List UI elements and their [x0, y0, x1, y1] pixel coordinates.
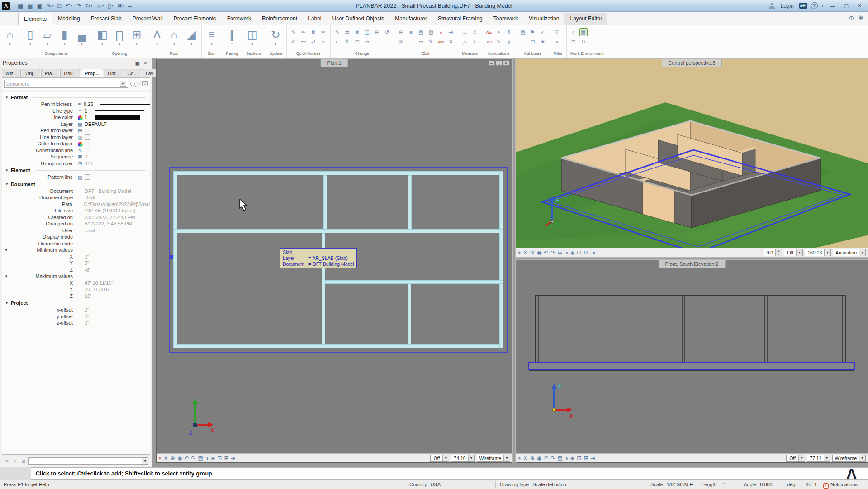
stair-icon-caret[interactable]: ▾ [211, 43, 213, 46]
rotate-icon[interactable]: ↺ [383, 28, 391, 36]
redo-icon[interactable]: ↷ [75, 2, 83, 10]
combo-caret-icon[interactable]: ▼ [824, 455, 830, 461]
gear-icon[interactable]: ⚙ [849, 14, 854, 21]
panel-close-icon[interactable]: ✕ [142, 60, 149, 66]
menu-modeling[interactable]: Modeling [52, 13, 85, 25]
perspective-perspective-icon[interactable]: ◈ [570, 249, 574, 257]
combo-caret-icon[interactable]: ▼ [468, 455, 474, 461]
tab-libr[interactable]: Libr... [104, 69, 123, 77]
perspective-fit-view-icon[interactable]: ✕ [523, 249, 528, 257]
plan-display-combo[interactable]: Off▼ [430, 455, 449, 462]
door-opening-icon-caret[interactable]: ▾ [101, 43, 103, 46]
help-caret-icon[interactable]: ▾ [822, 4, 824, 8]
elevation-viewport[interactable]: Front, South Elevation:2 Z X ⌖✕⊕◉↶↷▤◑◈⊡⊞… [516, 260, 868, 463]
railing-icon-caret[interactable]: ▾ [231, 43, 233, 46]
text-abc-icon[interactable]: Abc [485, 28, 493, 36]
open-icon[interactable]: ▤ [26, 2, 34, 10]
elevation-grid-view-icon[interactable]: ⊞ [583, 454, 588, 462]
foundation-icon-caret[interactable]: ▾ [81, 43, 83, 46]
property-checkbox[interactable] [85, 134, 90, 140]
component-nav-icon[interactable]: ⌂▾ [3, 26, 17, 46]
perspective-zoom-section-icon[interactable]: ◉ [537, 249, 541, 257]
delete-icon[interactable]: ✖ [353, 28, 361, 36]
elevation-shade-view-icon[interactable]: ◑ [565, 454, 568, 462]
section-document[interactable]: ▼Document [2, 181, 150, 188]
elevation-copy-view-icon[interactable]: ▤ [558, 454, 563, 462]
elevation-scale-combo[interactable]: 77.11▼ [807, 455, 830, 462]
elevation-undo-view-icon[interactable]: ↶ [544, 454, 548, 462]
section-icon-caret[interactable]: ▾ [251, 43, 253, 46]
trim-icon[interactable]: ⊟ [353, 38, 361, 46]
perspective-viewport[interactable]: Central perspective:3 [516, 59, 868, 257]
search-icon[interactable] [130, 82, 135, 86]
settings-icon-caret[interactable]: ▾ [102, 4, 104, 8]
perspective-zoom-in-icon[interactable]: ⊕ [530, 249, 535, 257]
update-icon-caret[interactable]: ▾ [275, 43, 277, 46]
style-icon[interactable]: ✱ [859, 14, 863, 21]
apply-check-icon[interactable]: ✓ [142, 81, 148, 86]
elevation-zoom-section-icon[interactable]: ◉ [537, 454, 541, 462]
update-icon[interactable]: ↻▾ [269, 26, 283, 46]
perspective-display-combo[interactable]: Off▼ [784, 249, 803, 256]
undo-icon[interactable]: ↶▾ [64, 2, 73, 10]
combo-caret-icon[interactable]: ▼ [824, 249, 830, 256]
plan-zoom-section-icon[interactable]: ◉ [177, 454, 182, 462]
wall-icon[interactable]: ▯▾ [23, 26, 38, 46]
menu-reinforcement[interactable]: Reinforcement [256, 13, 303, 25]
refresh-icon-caret[interactable]: ▾ [90, 4, 92, 8]
edit-circle-icon[interactable]: ◎ [397, 38, 405, 46]
menu-precast-elements[interactable]: Precast Elements [168, 13, 222, 25]
slab-icon[interactable]: ▱▾ [40, 26, 55, 46]
plan-copy-view-icon[interactable]: ▤ [198, 454, 203, 462]
filter-funnel-icon[interactable]: ▽ [553, 28, 561, 36]
project-board-icon[interactable]: ▦ [16, 2, 24, 10]
tab-wiz[interactable]: Wiz... [2, 69, 21, 77]
login-button[interactable]: Login [778, 3, 795, 9]
edit-icon[interactable]: ✎▾ [45, 2, 55, 10]
elevation-display-combo[interactable]: Off▼ [786, 455, 805, 462]
plan-section-view-icon[interactable]: ⊡ [217, 454, 222, 462]
status-percent[interactable]: %:1 [806, 482, 817, 487]
marker-icon[interactable]: ✏ [299, 28, 308, 36]
status-length[interactable]: Length:' " [702, 482, 725, 487]
perspective-angle-spinner[interactable]: 0.0▲▼ [764, 249, 783, 256]
menu-user-defined-objects[interactable]: User-Defined Objects [327, 13, 390, 25]
attribute-flag-icon[interactable]: ⚑ [529, 28, 537, 36]
combo-caret-icon[interactable]: ▼ [798, 455, 805, 461]
edit-lines-icon[interactable]: ≡ [407, 28, 415, 36]
align-icon[interactable]: ⇅ [343, 38, 351, 46]
attribute-lines-icon[interactable]: ≡ [519, 38, 527, 46]
elevation-redo-view-icon[interactable]: ↷ [550, 454, 555, 462]
allplan-logo-icon[interactable]: Λ [2, 2, 10, 10]
plan-zoom-in-icon[interactable]: ⊕ [171, 454, 175, 462]
move-icon[interactable]: ⇄ [343, 28, 351, 36]
favorites-icon[interactable]: ▫ [12, 458, 19, 465]
roof-frame-icon-caret[interactable]: ▾ [156, 43, 158, 46]
plan-shade-view-icon[interactable]: ◑ [205, 454, 209, 462]
plan-viewport[interactable]: Plan:1 — ▢ ✕ Slab Layer= AR_SLAB (Slab) … [156, 59, 512, 463]
edit-geometry-icon[interactable]: ⊞ [397, 28, 405, 36]
perspective-grid-view-icon[interactable]: ⊞ [583, 249, 588, 257]
tab-issu[interactable]: Issu... [60, 69, 80, 77]
plan-perspective-icon[interactable]: ◈ [211, 454, 215, 462]
perspective-undo-view-icon[interactable]: ↶ [544, 249, 548, 257]
property-checkbox[interactable] [85, 141, 90, 146]
plan-track-point-icon[interactable]: ⌖ [158, 454, 161, 462]
symbol-icon[interactable]: § [505, 38, 513, 46]
property-checkbox[interactable] [85, 174, 90, 180]
perspective-copy-view-icon[interactable]: ▤ [558, 249, 563, 257]
tools-icon[interactable]: ✖▾ [116, 2, 125, 10]
grid-opening-icon-caret[interactable]: ▾ [136, 43, 138, 46]
stair-icon[interactable]: ≡▾ [204, 26, 219, 46]
perspective-render-combo[interactable]: Animation▼ [833, 249, 866, 256]
plan-undo-view-icon[interactable]: ↶ [184, 454, 189, 462]
leader-icon[interactable]: ⌖ [495, 28, 503, 36]
measure-length-icon[interactable]: ↔ [461, 28, 469, 36]
plan-viewport-title[interactable]: Plan:1 [320, 59, 348, 67]
status-scale[interactable]: Scale:1/8" SCALE [650, 482, 693, 487]
elevation-render-combo[interactable]: Wireframe▼ [832, 455, 866, 462]
swap-icon[interactable]: ⇄ [309, 38, 318, 46]
properties-favorites-combo[interactable]: ▼ [28, 457, 148, 465]
measure-coord-icon[interactable]: + [471, 38, 479, 46]
wall-icon-caret[interactable]: ▾ [29, 43, 31, 46]
